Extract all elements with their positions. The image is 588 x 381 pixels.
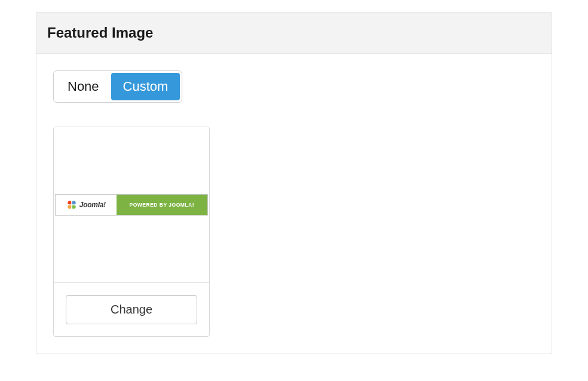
image-footer: Change	[54, 282, 209, 336]
joomla-badge-image: Joomla! POWERED BY JOOMLA!	[55, 194, 208, 216]
joomla-logo-section: Joomla!	[56, 195, 117, 215]
image-preview[interactable]: Joomla! POWERED BY JOOMLA!	[54, 127, 209, 282]
panel-title: Featured Image	[47, 24, 541, 41]
toggle-option-none[interactable]: None	[56, 73, 111, 100]
change-button[interactable]: Change	[66, 295, 197, 324]
joomla-powered-section: POWERED BY JOOMLA!	[117, 195, 207, 215]
joomla-logo-icon	[66, 199, 77, 210]
toggle-option-custom[interactable]: Custom	[111, 73, 180, 100]
powered-by-text: POWERED BY JOOMLA!	[130, 202, 195, 208]
joomla-logo-text: Joomla!	[79, 201, 106, 209]
image-source-toggle: None Custom	[53, 70, 182, 103]
featured-image-panel: Featured Image None Custom	[36, 12, 552, 354]
image-card: Joomla! POWERED BY JOOMLA! Change	[53, 127, 210, 337]
panel-header: Featured Image	[36, 13, 552, 54]
panel-body: None Custom Joom	[36, 54, 552, 354]
